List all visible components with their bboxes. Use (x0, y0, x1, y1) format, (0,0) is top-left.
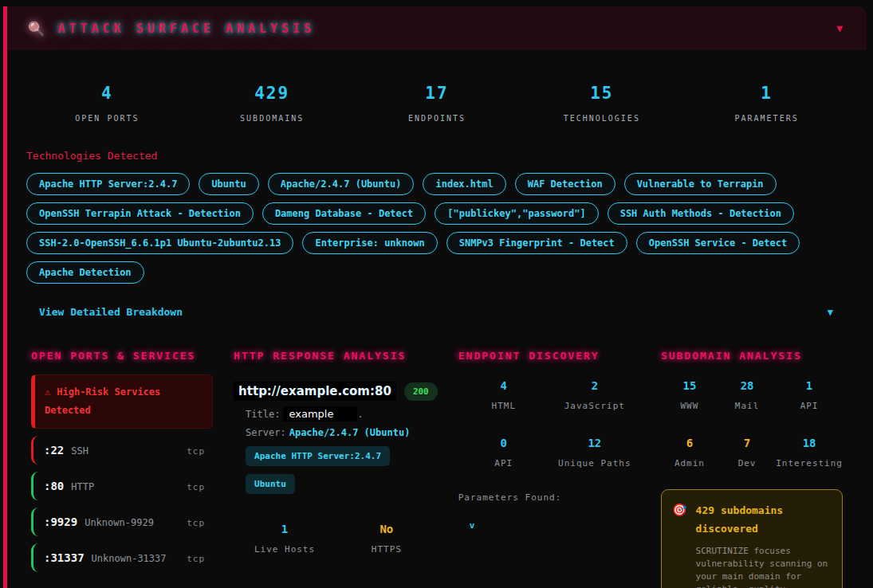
stat-label: Mail (718, 401, 776, 411)
port-number: :80 (44, 480, 64, 492)
stat-label: API (458, 458, 549, 468)
subdomain-stats: 15 WWW 28 Mail 1 API 6 Admin (661, 379, 843, 468)
stat-value: 429 (190, 84, 355, 103)
server-label: Server: (246, 427, 286, 438)
http-stats: 1 Live Hosts No HTTPS (234, 523, 438, 555)
port-protocol: tcp (187, 482, 205, 492)
http-tech-chip: Apache HTTP Server:2.4.7 (246, 446, 390, 466)
stat-value: 1 (234, 523, 336, 535)
technology-chips: Apache HTTP Server:2.4.7 Ubuntu Apache/2… (26, 173, 849, 284)
stat-subdomains: 429 SUBDOMAINS (190, 84, 355, 123)
endpoint-stats: 4 HTML 2 JavaScript 0 API 12 Unique Path… (458, 379, 640, 468)
technology-chip: WAF Detection (515, 173, 615, 195)
endpoint-discovery-column: ENDPOINT DISCOVERY 4 HTML 2 JavaScript 0… (458, 350, 640, 588)
open-ports-column: OPEN PORTS & SERVICES ⚠High-Risk Service… (31, 350, 213, 588)
stat-value: 2 (549, 379, 640, 392)
dart-target-icon: 🎯 (672, 502, 687, 588)
technology-chip: SNMPv3 Fingerprint - Detect (446, 232, 627, 254)
port-number: :22 (44, 444, 64, 457)
mail-stat: 28 Mail (718, 379, 776, 411)
server-value: Apache/2.4.7 (Ubuntu) (289, 427, 411, 438)
port-service: Unknown-9929 (85, 517, 154, 528)
stat-label: Live Hosts (234, 544, 336, 555)
technology-chip: OpenSSH Terrapin Attack - Detection (26, 202, 254, 225)
stat-parameters: 1 PARAMETERS (684, 84, 849, 123)
stat-value: 1 (684, 84, 849, 103)
collapse-panel-icon[interactable]: ▼ (836, 22, 843, 34)
detail-grid: OPEN PORTS & SERVICES ⚠High-Risk Service… (25, 350, 849, 588)
stat-endpoints: 17 ENDPOINTS (355, 84, 520, 123)
port-service: HTTP (71, 481, 94, 492)
stat-label: PARAMETERS (684, 114, 849, 123)
unique-paths-stat: 12 Unique Paths (549, 437, 640, 468)
stat-label: Dev (718, 458, 776, 468)
technology-chip: Dameng Database - Detect (262, 202, 426, 225)
stat-value: 18 (776, 437, 843, 449)
port-row: :31337 Unknown-31337 tcp (31, 543, 213, 572)
javascript-stat: 2 JavaScript (549, 379, 640, 411)
stat-label: JavaScript (549, 401, 640, 411)
technology-chip: Apache/2.4.7 (Ubuntu) (268, 173, 415, 195)
dev-stat: 7 Dev (718, 437, 776, 468)
technology-chip: ["publickey","password"] (435, 202, 598, 225)
port-protocol: tcp (187, 446, 205, 457)
stat-value: 15 (519, 84, 684, 103)
panel-header[interactable]: 🔍 ATTACK SURFACE ANALYSIS ▼ (7, 6, 867, 50)
admin-stat: 6 Admin (661, 437, 718, 468)
technology-chip: OpenSSH Service - Detect (636, 232, 800, 254)
attack-surface-panel: 🔍 ATTACK SURFACE ANALYSIS ▼ 4 OPEN PORTS… (3, 6, 867, 588)
url-line: http://example.com:80 200 (234, 382, 438, 401)
api-subdomain-stat: 1 API (776, 379, 843, 411)
technology-chip: Enterprise: unknown (302, 232, 437, 254)
target-url: http://example.com:80 (234, 382, 396, 401)
stat-value: 12 (549, 437, 640, 449)
port-row: :9929 Unknown-9929 tcp (31, 508, 213, 536)
stat-label: TECHNOLOGIES (519, 114, 684, 123)
warning-icon: ⚠ (45, 386, 50, 398)
server-line: Server:Apache/2.4.7 (Ubuntu) (234, 427, 438, 438)
interesting-stat: 18 Interesting (776, 437, 843, 468)
stat-value: No (336, 523, 438, 535)
stat-value: 28 (718, 379, 776, 392)
port-protocol: tcp (187, 554, 205, 564)
technology-chip: index.html (423, 173, 505, 195)
html-stat: 4 HTML (458, 379, 549, 411)
technology-chip: Ubuntu (199, 173, 258, 195)
open-ports-title: OPEN PORTS & SERVICES (31, 350, 213, 362)
https-stat: No HTTPS (336, 523, 438, 555)
stat-value: 6 (661, 437, 718, 449)
breakdown-label: View Detailed Breakdown (39, 306, 183, 318)
endpoint-discovery-title: ENDPOINT DISCOVERY (458, 350, 640, 362)
chevron-down-icon[interactable]: ▼ (828, 307, 833, 318)
http-response-column: HTTP RESPONSE ANALYSIS http://example.co… (234, 350, 438, 588)
subdomain-analysis-title: SUBDOMAIN ANALYSIS (661, 350, 843, 362)
stat-value: 17 (355, 84, 520, 103)
technologies-section: Technologies Detected Apache HTTP Server… (25, 150, 849, 284)
http-tech-chip: Ubuntu (246, 474, 295, 494)
stat-label: Interesting (776, 458, 843, 468)
technology-chip: SSH-2.0-OpenSSH_6.6.1p1 Ubuntu-2ubuntu2.… (26, 232, 293, 254)
search-icon: 🔍 (28, 21, 45, 37)
stat-label: HTTPS (336, 544, 438, 555)
stat-value: 0 (458, 437, 549, 449)
live-hosts-stat: 1 Live Hosts (234, 523, 336, 555)
port-service: Unknown-31337 (92, 553, 167, 564)
www-stat: 15 WWW (661, 379, 718, 411)
stat-value: 4 (25, 84, 190, 103)
stat-label: WWW (661, 401, 718, 411)
warning-text: High-Risk Services Detected (45, 386, 160, 416)
title-label: Title: (246, 409, 280, 420)
stat-label: SUBDOMAINS (190, 114, 355, 123)
notice-body: SCRUTINIZE focuses vulnerability scannin… (696, 545, 832, 588)
view-detailed-breakdown-toggle[interactable]: View Detailed Breakdown ▼ (25, 306, 849, 318)
http-response-title: HTTP RESPONSE ANALYSIS (234, 350, 438, 362)
technology-chip: Vulnerable to Terrapin (624, 173, 777, 195)
page-title-line: Title:example. (234, 408, 438, 420)
port-row: :22 SSH tcp (31, 436, 213, 465)
port-protocol: tcp (187, 518, 205, 528)
summary-stats: 4 OPEN PORTS 429 SUBDOMAINS 17 ENDPOINTS… (25, 50, 849, 123)
api-stat: 0 API (458, 437, 549, 468)
stat-label: Unique Paths (549, 458, 640, 468)
notice-text: SCRUTINIZE focuses vulnerability scannin… (696, 546, 828, 588)
stat-open-ports: 4 OPEN PORTS (25, 84, 190, 123)
